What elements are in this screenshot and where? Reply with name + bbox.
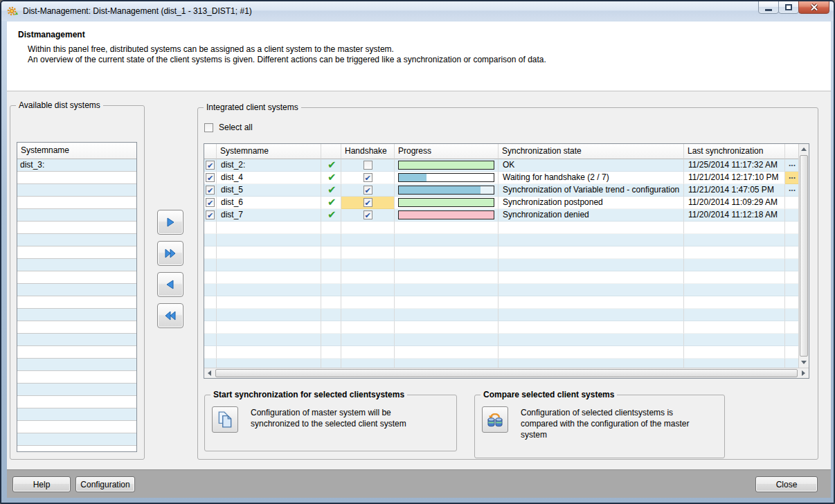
double-arrow-right-icon	[164, 248, 177, 259]
available-system-row[interactable]: dist_3:	[17, 159, 136, 172]
window-controls	[759, 1, 829, 14]
cell	[204, 271, 217, 284]
double-arrow-left-icon	[164, 310, 177, 321]
select-all-checkbox[interactable]	[204, 123, 213, 132]
client-empty-row	[204, 321, 798, 334]
last-sync: 11/20/2014 11:12:18 AM	[684, 209, 785, 222]
cell	[217, 246, 321, 259]
row-select-checkbox[interactable]	[206, 186, 215, 195]
move-all-left-button[interactable]	[157, 303, 183, 328]
client-systems-table: SystemnameHandshakeProgressSynchronizati…	[204, 143, 809, 379]
cell	[395, 197, 499, 209]
bottom-bar: Help Configuration Close	[7, 469, 831, 498]
client-empty-row	[204, 334, 798, 346]
client-system-name: dist_5	[217, 184, 321, 197]
scroll-down-button[interactable]	[799, 357, 809, 368]
compare-button[interactable]	[482, 406, 508, 433]
handshake-checkbox[interactable]	[363, 198, 372, 207]
more-button[interactable]: ...	[785, 184, 798, 197]
move-right-button[interactable]	[157, 210, 183, 235]
cell	[785, 321, 798, 334]
cell	[499, 284, 684, 296]
available-empty-row	[17, 334, 136, 346]
dialog-body: Distmanagement Within this panel free, d…	[7, 21, 831, 498]
handshake-checkbox[interactable]	[363, 173, 372, 182]
column-header-blank[interactable]	[785, 144, 800, 159]
more-button[interactable]: ...	[785, 172, 798, 184]
cell	[321, 284, 341, 296]
handshake-checkbox[interactable]	[363, 161, 372, 170]
help-button[interactable]: Help	[12, 476, 71, 492]
scroll-left-icon	[208, 370, 211, 376]
horizontal-scrollbar[interactable]	[204, 368, 809, 378]
cell	[684, 271, 785, 284]
available-empty-row	[17, 271, 136, 284]
vertical-scrollbar[interactable]	[798, 144, 809, 368]
vertical-scroll-thumb[interactable]	[800, 155, 808, 357]
title-bar[interactable]: Dist-Management: Dist-Management (dist_1…	[1, 1, 834, 21]
cell	[217, 346, 321, 359]
cell	[217, 222, 321, 234]
column-header-blank[interactable]	[204, 144, 217, 159]
arrow-right-icon	[165, 217, 176, 228]
cell	[217, 359, 321, 368]
close-icon	[810, 3, 818, 11]
cell	[785, 359, 798, 368]
column-header-systemname[interactable]: Systemname	[217, 144, 321, 159]
client-system-row: dist_5✔Synchronization of Variable trend…	[204, 184, 798, 197]
column-header-progress[interactable]: Progress	[395, 144, 499, 159]
sync-ok-icon: ✔	[327, 197, 336, 208]
available-empty-row	[17, 222, 136, 234]
horizontal-scroll-thumb[interactable]	[215, 369, 798, 377]
cell	[395, 359, 499, 368]
cell	[499, 309, 684, 321]
cell	[341, 234, 395, 246]
client-system-name: dist_4	[217, 172, 321, 184]
row-select-checkbox[interactable]	[206, 198, 215, 207]
client-system-name: dist_7	[217, 209, 321, 222]
cell	[499, 271, 684, 284]
cell	[217, 309, 321, 321]
scroll-left-button[interactable]	[204, 368, 215, 378]
scroll-right-button[interactable]	[798, 368, 809, 378]
cell	[341, 296, 395, 309]
move-left-button[interactable]	[157, 272, 183, 297]
close-button[interactable]: Close	[755, 476, 818, 492]
client-system-row: dist_6✔Synchronization postponed11/20/20…	[204, 197, 798, 209]
start-sync-button[interactable]	[212, 406, 238, 433]
sync-state: Synchronization postponed	[499, 197, 684, 209]
compare-databases-icon	[486, 411, 504, 429]
cell	[785, 296, 798, 309]
available-empty-row	[17, 433, 136, 446]
minimize-button[interactable]	[758, 1, 779, 14]
column-header-synchronization-state[interactable]: Synchronization state	[499, 144, 684, 159]
move-all-right-button[interactable]	[157, 241, 183, 266]
cell	[341, 359, 395, 368]
row-select-checkbox[interactable]	[206, 173, 215, 182]
row-select-checkbox[interactable]	[206, 161, 215, 170]
handshake-checkbox[interactable]	[363, 186, 372, 195]
available-empty-row	[17, 246, 136, 259]
row-select-checkbox[interactable]	[206, 210, 215, 219]
client-empty-row	[204, 271, 798, 284]
cell	[341, 159, 395, 172]
sync-ok-icon: ✔	[327, 209, 336, 220]
cell	[204, 259, 217, 271]
available-systems-table: Systemname dist_3:	[17, 142, 137, 452]
available-group-legend: Available dist systems	[16, 100, 103, 111]
scroll-up-button[interactable]	[799, 144, 809, 154]
maximize-button[interactable]	[778, 1, 799, 14]
column-header-handshake[interactable]: Handshake	[341, 144, 395, 159]
cell	[785, 222, 798, 234]
handshake-checkbox[interactable]	[363, 210, 372, 219]
more-button[interactable]: ...	[785, 159, 798, 172]
column-header-last-synchronization[interactable]: Last synchronization	[684, 144, 785, 159]
close-window-button[interactable]	[798, 1, 829, 14]
available-empty-row	[17, 172, 136, 184]
configuration-button[interactable]: Configuration	[75, 476, 135, 492]
cell	[321, 359, 341, 368]
column-header-blank[interactable]	[321, 144, 341, 159]
copy-pages-icon	[216, 411, 234, 429]
available-empty-row	[17, 384, 136, 396]
cell	[217, 334, 321, 346]
